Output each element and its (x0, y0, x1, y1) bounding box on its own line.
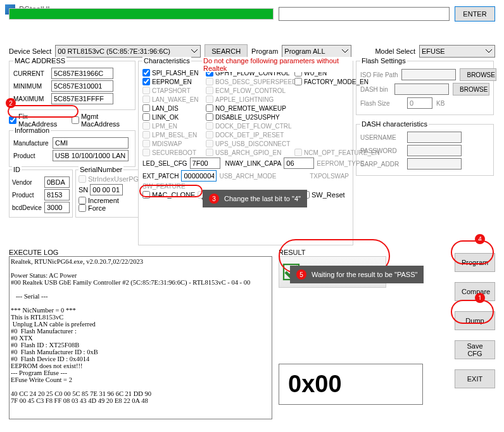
char-lan-wake-en: LAN_WAKE_EN (142, 96, 206, 103)
mac-min-input[interactable] (51, 80, 113, 92)
device-select-label: Device Select (9, 47, 51, 55)
char-lan-dis[interactable]: LAN_DIS (142, 104, 206, 112)
char-mdiswap: MDISWAP (142, 140, 206, 147)
save-cfg-button[interactable]: Save CFG (455, 340, 495, 359)
id-group: ID Vendor Product bcdDevice (9, 170, 73, 218)
bcd-device-input[interactable] (44, 202, 70, 213)
characteristics-warning: Do not change following parameters witho… (202, 57, 353, 72)
device-select[interactable]: 00 RTL8153vC (5C:85:7E:31:96:6C) (55, 45, 201, 58)
force-checkbox[interactable]: Force (79, 204, 135, 212)
char- (294, 96, 358, 103)
char-dock-det-ip-reset: DOCK_DET_IP_RESET (206, 131, 294, 139)
char-ups-usb-disconnect: UPS_USB_DISCONNECT (206, 140, 294, 147)
char-lpm-besl-en: LPM_BESL_EN (142, 131, 206, 139)
char-ecm-flow-control: ECM_FLOW_CONTROL (206, 87, 294, 94)
mac-clone-checkbox[interactable]: MAC_CLONE (142, 191, 195, 199)
led-sel-cfg-input[interactable] (190, 157, 220, 169)
dash-sarp-input (407, 158, 462, 170)
char-bos-desc-superspeed: BOS_DESC_SUPERSPEED (206, 78, 294, 85)
increment-checkbox[interactable]: Increment (79, 197, 135, 204)
nway-link-capa-input[interactable] (284, 157, 314, 169)
char-usb-arch-gpio-en: USB_ARCH_GPIO_EN (206, 149, 294, 156)
browse-dash-button[interactable]: BROWSE (453, 83, 489, 96)
char-eeprom-en[interactable]: EEPROM_EN (142, 78, 206, 85)
self-power-checkbox: SELF_POWER (243, 191, 299, 199)
char-disable-u2susphy[interactable]: DISABLE_U2SUSPHY (206, 113, 294, 121)
manufacturer-input[interactable] (53, 137, 129, 149)
browse-iso-button[interactable]: BROWSE (460, 68, 496, 81)
program-label: Program (251, 47, 278, 55)
char- (294, 140, 358, 147)
characteristics-group: Characteristics Do not change following … (138, 61, 353, 245)
char-apple-lightning: APPLE_LIGHTNING (206, 96, 294, 103)
model-select-label: Model Select (375, 47, 415, 55)
sn-input[interactable] (90, 184, 123, 195)
fix-mac-checkbox[interactable]: Fix MacAddress (9, 113, 65, 128)
char- (294, 87, 358, 94)
docking-checkbox: DOCKING (198, 191, 239, 199)
model-select[interactable]: EFUSE (419, 45, 495, 58)
char-ncm-opt-feature-en: NCM_OPT_FEATURE_EN (294, 149, 358, 156)
mac-address-group: MAC ADDRESS CURRENT MINIMUM MAXIMUM (9, 61, 135, 110)
char- (294, 122, 358, 130)
vendor-id-input[interactable] (44, 176, 70, 188)
dump-button[interactable]: Dump (455, 311, 495, 330)
serial-number-group: SerialNumber StrIndexUserPG SN Increment… (75, 170, 139, 218)
pass-badge: PASS (279, 256, 386, 288)
checkmark-icon (282, 262, 301, 281)
char-link-ok[interactable]: LINK_OK (142, 113, 206, 121)
char- (294, 104, 358, 112)
ext-patch-input[interactable] (181, 170, 217, 182)
char-dock-det-flow-ctrl: DOCK_DET_FLOW_CTRL (206, 122, 294, 130)
program-button[interactable]: Program (455, 253, 495, 272)
mgmt-mac-checkbox[interactable]: Mgmt MacAddress (72, 113, 135, 128)
dash-username-input (407, 132, 462, 143)
char-no-remote-wakeup[interactable]: NO_REMOTE_WAKEUP (206, 104, 294, 112)
product-id-input[interactable] (44, 189, 70, 201)
mac-current-input[interactable] (51, 68, 113, 79)
char-lpm-en: LPM_EN (142, 122, 206, 130)
iso-path-input (401, 69, 456, 80)
program-select[interactable]: Program ALL (282, 45, 351, 58)
execute-log[interactable]: Realtek, RTUNicPG64.exe, v2.0.20.7,02/22… (9, 256, 272, 419)
enter-button[interactable]: ENTER (455, 6, 495, 22)
result-code: 0x00 (279, 364, 423, 405)
information-group: Information Manufacture Product (9, 130, 135, 167)
progress-bar (9, 8, 274, 20)
command-input[interactable] (279, 7, 450, 21)
dash-password-input (407, 145, 462, 156)
search-button[interactable]: SEARCH (205, 44, 248, 58)
char-factory-mode-en[interactable]: FACTORY_MODE_EN (294, 78, 358, 85)
dash-bin-input (394, 83, 449, 95)
product-input[interactable] (53, 150, 129, 161)
flash-size-input (407, 97, 432, 109)
dash-characteristics-group: DASH characteristics USERNAME PASSWORD S… (356, 124, 494, 176)
str-index-checkbox[interactable]: StrIndexUserPG (79, 175, 135, 183)
char- (294, 131, 358, 139)
flash-settings-group: Flash Settings ISO File PathBROWSE DASH … (356, 61, 494, 115)
execute-log-label: EXECUTE LOG (9, 249, 272, 256)
char-ctapshort: CTAPSHORT (142, 87, 206, 94)
compare-button[interactable]: Compare (455, 282, 495, 301)
char- (294, 113, 358, 121)
char-spi-flash-en[interactable]: SPI_FLASH_EN (142, 69, 206, 77)
exit-button[interactable]: EXIT (455, 369, 495, 388)
char-secureboot: SECUREBOOT (142, 149, 206, 156)
result-label: RESULT (279, 249, 423, 256)
mac-max-input[interactable] (51, 93, 113, 104)
sw-reset-checkbox[interactable]: SW_Reset (302, 191, 345, 199)
